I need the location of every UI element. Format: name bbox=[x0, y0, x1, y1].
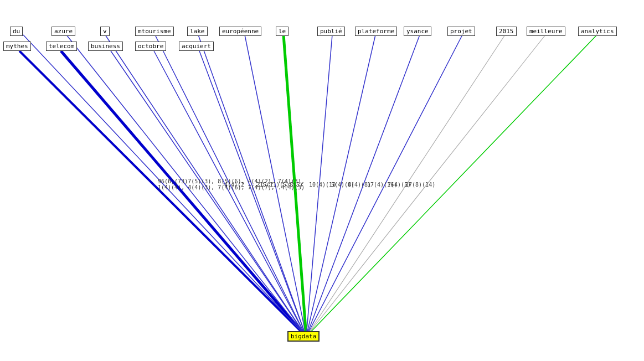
connections-svg bbox=[0, 0, 644, 361]
node-ysance[interactable]: ysance bbox=[404, 27, 431, 36]
svg-line-0 bbox=[19, 51, 306, 337]
node-mtourisme[interactable]: mtourisme bbox=[135, 27, 174, 36]
svg-line-7 bbox=[154, 51, 306, 337]
node-telecom[interactable]: telecom bbox=[46, 42, 77, 51]
node-projet[interactable]: projet bbox=[447, 27, 475, 36]
edge-label-11: 17(8)(14) bbox=[405, 182, 435, 188]
svg-line-3 bbox=[111, 51, 306, 337]
node-business[interactable]: business bbox=[88, 42, 123, 51]
node-azure[interactable]: azure bbox=[51, 27, 75, 36]
node-2015[interactable]: 2015 bbox=[496, 27, 517, 36]
node-publie[interactable]: publié bbox=[317, 27, 345, 36]
edge-label-5: (5)8(5) bbox=[280, 182, 303, 188]
svg-line-1 bbox=[61, 51, 306, 337]
node-le[interactable]: le bbox=[276, 27, 288, 36]
node-v[interactable]: v bbox=[100, 27, 110, 36]
node-du[interactable]: du bbox=[10, 27, 23, 36]
edge-label-4: 215(11) bbox=[256, 182, 280, 188]
node-bigdata[interactable]: bigdata bbox=[287, 331, 320, 342]
node-europeenne[interactable]: européenne bbox=[219, 27, 261, 36]
node-analytics[interactable]: analytics bbox=[578, 27, 617, 36]
node-octobre[interactable]: octobre bbox=[135, 42, 166, 51]
edge-label-3: 4(4)(2 bbox=[224, 182, 244, 188]
node-lake[interactable]: lake bbox=[187, 27, 208, 36]
svg-line-9 bbox=[199, 51, 306, 337]
node-plateforme[interactable]: plateforme bbox=[355, 27, 397, 36]
node-meilleure[interactable]: meilleure bbox=[527, 27, 565, 36]
node-mythes[interactable]: mythes bbox=[3, 42, 31, 51]
node-acquiert[interactable]: acquiert bbox=[179, 42, 214, 51]
